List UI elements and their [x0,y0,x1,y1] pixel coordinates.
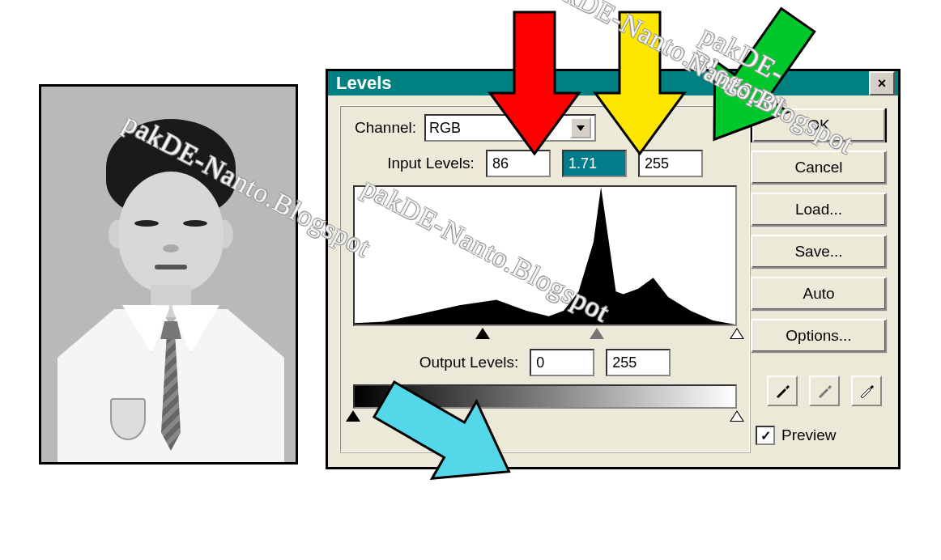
eyedropper-icon [858,382,875,400]
output-gradient [353,384,737,409]
input-black-slider[interactable] [475,328,490,339]
eyedropper-gray[interactable] [809,375,840,406]
eyedropper-icon [773,382,791,400]
close-icon: × [878,75,887,92]
output-black-field[interactable] [530,349,594,376]
output-levels-label: Output Levels: [419,354,519,371]
dialog-title: Levels [336,73,392,94]
levels-dialog: Levels × Channel: RGB Input Levels: [326,69,901,469]
auto-button[interactable]: Auto [751,277,887,311]
output-white-field[interactable] [606,349,671,376]
eyedropper-black[interactable] [767,375,798,406]
histogram [353,185,737,326]
options-button[interactable]: Options... [751,319,887,353]
channel-select[interactable]: RGB [424,114,596,142]
titlebar[interactable]: Levels × [328,71,898,95]
output-black-slider[interactable] [346,410,360,422]
input-white-field[interactable] [638,150,703,177]
input-slider-track[interactable] [353,328,737,342]
chevron-down-icon [577,125,585,131]
preview-photo [39,84,298,465]
output-slider-track[interactable] [353,410,737,425]
portrait-placeholder [41,87,296,462]
channel-dropdown-button[interactable] [570,117,591,138]
close-button[interactable]: × [869,71,895,95]
input-gamma-field[interactable] [562,150,627,177]
output-white-slider[interactable] [730,410,744,422]
channel-label: Channel: [355,119,416,137]
preview-label: Preview [781,426,837,444]
preview-checkbox[interactable]: ✓ [756,426,775,445]
eyedropper-white[interactable] [851,375,882,406]
input-levels-label: Input Levels: [387,155,475,172]
input-black-field[interactable] [486,150,551,177]
input-gamma-slider[interactable] [590,328,604,339]
channel-value: RGB [429,120,461,137]
cancel-button[interactable]: Cancel [751,151,887,185]
ok-button[interactable]: OK [751,108,887,142]
load-button[interactable]: Load... [751,193,887,227]
input-white-slider[interactable] [730,328,744,339]
eyedropper-icon [815,382,833,400]
svg-marker-0 [355,187,735,325]
save-button[interactable]: Save... [751,235,887,269]
